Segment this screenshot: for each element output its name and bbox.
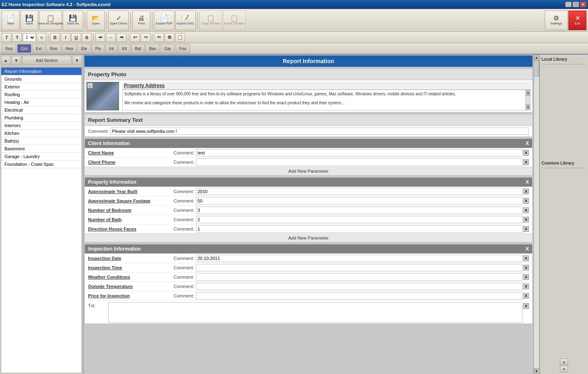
client-phone-label[interactable]: Client Phone [88, 160, 174, 165]
outside-temp-remove[interactable]: X [523, 284, 529, 289]
section-item-grounds[interactable]: Grounds [1, 75, 81, 83]
tab-plu[interactable]: Plu [92, 44, 105, 53]
nav-action-button[interactable]: ▼ [72, 56, 82, 65]
outside-temp-label[interactable]: Outside Temperature [88, 284, 174, 289]
price-inspection-label[interactable]: Price for Inspection [88, 293, 174, 298]
section-item-garage-laundry[interactable]: Garage - Laundry [1, 153, 81, 161]
tab-ele[interactable]: Ele [77, 44, 90, 53]
scroll-track[interactable] [534, 60, 539, 368]
maximize-button[interactable]: □ [573, 2, 579, 7]
spell-check-button[interactable]: ✓ Spell Check [108, 11, 129, 30]
year-built-remove[interactable]: X [523, 189, 529, 194]
section-item-roofing[interactable]: Roofing [1, 91, 81, 99]
outside-temp-input[interactable] [196, 283, 522, 290]
inspection-time-input[interactable] [196, 264, 522, 271]
property-add-param-button[interactable]: Add New Parameter [85, 233, 532, 242]
client-information-close[interactable]: X [526, 141, 529, 146]
list-button[interactable]: ≡ [37, 33, 46, 42]
square-footage-remove[interactable]: X [523, 198, 529, 204]
tab-rep[interactable]: Rep [2, 44, 16, 53]
client-add-param-button[interactable]: Add New Parameter [85, 167, 532, 175]
tab-roo[interactable]: Roo [46, 44, 61, 53]
square-footage-input[interactable] [196, 197, 522, 205]
nav-up-button[interactable]: ▲ [1, 56, 11, 65]
section-item-report-information[interactable]: Report Information [1, 68, 81, 75]
section-item-basement[interactable]: Basement [1, 145, 81, 153]
new-button[interactable]: 📄 New [2, 11, 20, 30]
property-information-close[interactable]: X [526, 179, 529, 185]
align-right-button[interactable]: ➡ [117, 33, 126, 42]
direction-input[interactable] [196, 225, 522, 233]
client-name-input[interactable] [196, 149, 522, 156]
exit-button[interactable]: ✕ Exit [568, 11, 586, 30]
scroll-up-arrow[interactable]: ▲ [534, 55, 540, 60]
client-phone-input[interactable] [196, 158, 522, 166]
client-name-remove[interactable]: X [523, 150, 529, 156]
year-built-input[interactable] [196, 188, 522, 195]
scroll-down-arrow[interactable]: ▼ [534, 368, 540, 374]
redo-button[interactable]: ↪ [141, 33, 150, 42]
bold-button[interactable]: B [50, 33, 60, 42]
section-item-exterior[interactable]: Exterior [1, 83, 81, 91]
num-bath-input[interactable] [196, 216, 522, 223]
undo-button[interactable]: ↩ [130, 33, 140, 42]
save-as-template-button[interactable]: 📋 Save As Template [39, 11, 62, 30]
paste-section-button[interactable]: 📋 Paste Section [223, 11, 246, 30]
tab-int[interactable]: Int [106, 44, 117, 53]
num-bath-label[interactable]: Number of Bath [88, 217, 174, 222]
settings-button[interactable]: ⚙ Settings [545, 11, 568, 30]
font-size-select[interactable]: 1081214 [23, 33, 36, 42]
tab-bat[interactable]: Bat [131, 44, 145, 53]
print-button[interactable]: 🖨 Print [132, 11, 150, 30]
tab-gro[interactable]: Gro [17, 44, 31, 53]
inspection-date-input[interactable] [196, 255, 522, 262]
copy-section-button[interactable]: 📋 Copy Section [199, 11, 222, 30]
underline-button[interactable]: U [71, 33, 81, 42]
client-phone-remove[interactable]: X [523, 159, 529, 165]
summary-comment-input[interactable] [110, 128, 529, 135]
export-doc-button[interactable]: 📝 Export DOC [175, 11, 196, 30]
save-button[interactable]: 💾 Save [20, 11, 38, 30]
paste-button[interactable]: 📋 [175, 33, 185, 42]
price-inspection-input[interactable] [196, 292, 522, 299]
tab-gar[interactable]: Gar [161, 44, 175, 53]
inspection-time-label[interactable]: Inspection Time [88, 265, 174, 270]
client-name-label[interactable]: Client Name [88, 150, 174, 155]
tab-ext[interactable]: Ext [32, 44, 45, 53]
section-item-kitchen[interactable]: Kitchen [1, 130, 81, 137]
address-text-scrollbar[interactable]: ▲ ▼ [525, 90, 530, 110]
tab-hea[interactable]: Hea [62, 44, 77, 53]
align-center-button[interactable]: ↔ [106, 33, 116, 42]
nav-down-button[interactable]: ▼ [11, 56, 21, 65]
square-footage-label[interactable]: Approximate Square Footage [88, 198, 174, 203]
minimize-button[interactable]: _ [565, 2, 572, 7]
close-button[interactable]: ✕ [580, 2, 586, 7]
section-item-heating-air[interactable]: Heating - Air [1, 99, 81, 106]
inspection-time-remove[interactable]: X [523, 265, 529, 271]
section-item-plumbing[interactable]: Plumbing [1, 114, 81, 122]
export-pdf-button[interactable]: 📄 Export PDF [154, 11, 174, 30]
cut-button[interactable]: ✂ [154, 33, 164, 42]
txt-remove[interactable]: X [523, 303, 529, 309]
direction-label[interactable]: Direction House Faces [88, 227, 174, 231]
num-bath-remove[interactable]: X [523, 217, 529, 222]
direction-remove[interactable]: X [523, 226, 529, 232]
font-style2-button[interactable]: T [12, 33, 22, 42]
font-style-button[interactable]: T [2, 33, 11, 42]
year-built-label[interactable]: Approximate Year Built [88, 189, 174, 194]
save-as-button[interactable]: 💾 Save As [63, 11, 83, 30]
section-item-electrical[interactable]: Electrical [1, 106, 81, 114]
num-bedroom-remove[interactable]: X [523, 207, 529, 213]
weather-conditions-input[interactable] [196, 273, 522, 281]
weather-conditions-label[interactable]: Weather Conditions [88, 275, 174, 279]
section-item-interiors[interactable]: Interiors [1, 122, 81, 130]
num-bedroom-input[interactable] [196, 207, 522, 214]
right-panel-scroll-up[interactable]: ▲ [560, 359, 568, 365]
address-label[interactable]: Property Address [122, 82, 531, 90]
weather-conditions-remove[interactable]: X [523, 274, 529, 280]
scroll-thumb[interactable] [534, 60, 539, 77]
inspection-information-close[interactable]: X [526, 246, 529, 252]
num-bedroom-label[interactable]: Number of Bedroom [88, 208, 174, 213]
align-left-button[interactable]: ⬅ [95, 33, 105, 42]
tab-fou[interactable]: Fou [176, 44, 190, 53]
